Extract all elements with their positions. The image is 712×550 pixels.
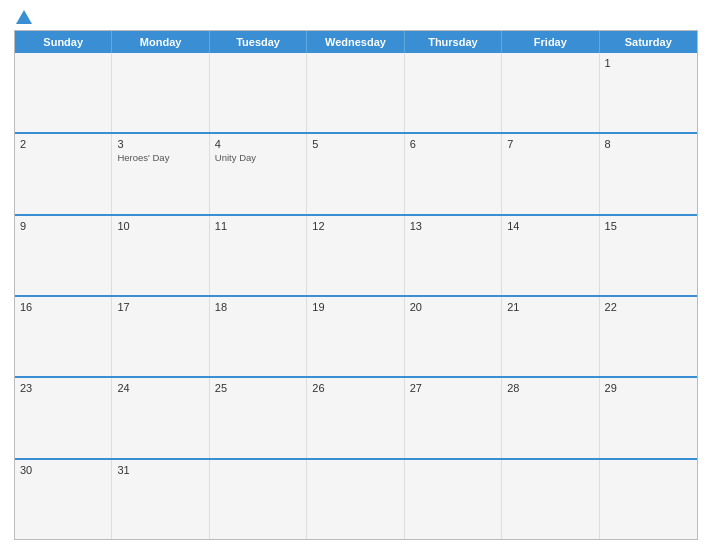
day-number: 21 [507, 301, 593, 313]
day-number: 30 [20, 464, 106, 476]
calendar-week-5: 3031 [15, 458, 697, 539]
day-number: 26 [312, 382, 398, 394]
day-number: 3 [117, 138, 203, 150]
cal-cell [600, 460, 697, 539]
logo [14, 10, 32, 26]
cal-cell: 28 [502, 378, 599, 457]
day-number: 22 [605, 301, 692, 313]
page: SundayMondayTuesdayWednesdayThursdayFrid… [0, 0, 712, 550]
holiday-label: Unity Day [215, 152, 301, 163]
day-number: 27 [410, 382, 496, 394]
day-number: 9 [20, 220, 106, 232]
day-number: 29 [605, 382, 692, 394]
day-number: 4 [215, 138, 301, 150]
cal-header-friday: Friday [502, 31, 599, 53]
cal-cell: 3Heroes' Day [112, 134, 209, 213]
day-number: 5 [312, 138, 398, 150]
cal-cell [210, 460, 307, 539]
cal-cell: 27 [405, 378, 502, 457]
cal-cell: 5 [307, 134, 404, 213]
cal-cell [210, 53, 307, 132]
cal-cell: 18 [210, 297, 307, 376]
logo-triangle-icon [16, 10, 32, 24]
cal-cell: 9 [15, 216, 112, 295]
day-number: 11 [215, 220, 301, 232]
cal-cell: 20 [405, 297, 502, 376]
calendar-week-0: 1 [15, 53, 697, 132]
cal-cell [15, 53, 112, 132]
calendar-header-row: SundayMondayTuesdayWednesdayThursdayFrid… [15, 31, 697, 53]
cal-cell: 13 [405, 216, 502, 295]
day-number: 31 [117, 464, 203, 476]
cal-cell: 29 [600, 378, 697, 457]
cal-cell: 24 [112, 378, 209, 457]
day-number: 25 [215, 382, 301, 394]
cal-cell: 14 [502, 216, 599, 295]
cal-header-tuesday: Tuesday [210, 31, 307, 53]
day-number: 20 [410, 301, 496, 313]
day-number: 28 [507, 382, 593, 394]
day-number: 7 [507, 138, 593, 150]
calendar: SundayMondayTuesdayWednesdayThursdayFrid… [14, 30, 698, 540]
day-number: 8 [605, 138, 692, 150]
day-number: 10 [117, 220, 203, 232]
cal-cell: 6 [405, 134, 502, 213]
cal-header-monday: Monday [112, 31, 209, 53]
cal-cell [502, 53, 599, 132]
cal-cell: 10 [112, 216, 209, 295]
day-number: 16 [20, 301, 106, 313]
holiday-label: Heroes' Day [117, 152, 203, 163]
day-number: 18 [215, 301, 301, 313]
cal-cell: 12 [307, 216, 404, 295]
cal-cell [307, 53, 404, 132]
header [14, 10, 698, 26]
cal-cell: 1 [600, 53, 697, 132]
cal-cell: 16 [15, 297, 112, 376]
cal-cell [112, 53, 209, 132]
cal-cell: 7 [502, 134, 599, 213]
day-number: 19 [312, 301, 398, 313]
cal-cell: 21 [502, 297, 599, 376]
cal-cell: 19 [307, 297, 404, 376]
cal-cell: 25 [210, 378, 307, 457]
cal-header-sunday: Sunday [15, 31, 112, 53]
cal-header-thursday: Thursday [405, 31, 502, 53]
cal-cell [502, 460, 599, 539]
day-number: 2 [20, 138, 106, 150]
day-number: 17 [117, 301, 203, 313]
day-number: 23 [20, 382, 106, 394]
cal-cell: 23 [15, 378, 112, 457]
cal-cell [405, 53, 502, 132]
day-number: 12 [312, 220, 398, 232]
cal-cell [307, 460, 404, 539]
cal-cell: 11 [210, 216, 307, 295]
cal-cell: 4Unity Day [210, 134, 307, 213]
calendar-week-4: 23242526272829 [15, 376, 697, 457]
day-number: 24 [117, 382, 203, 394]
day-number: 13 [410, 220, 496, 232]
cal-cell: 31 [112, 460, 209, 539]
cal-cell: 15 [600, 216, 697, 295]
calendar-body: 123Heroes' Day4Unity Day5678910111213141… [15, 53, 697, 539]
day-number: 15 [605, 220, 692, 232]
cal-cell: 17 [112, 297, 209, 376]
cal-header-saturday: Saturday [600, 31, 697, 53]
cal-cell: 22 [600, 297, 697, 376]
day-number: 6 [410, 138, 496, 150]
day-number: 14 [507, 220, 593, 232]
cal-cell: 30 [15, 460, 112, 539]
cal-cell: 8 [600, 134, 697, 213]
day-number: 1 [605, 57, 692, 69]
calendar-week-2: 9101112131415 [15, 214, 697, 295]
cal-cell: 2 [15, 134, 112, 213]
calendar-week-1: 23Heroes' Day4Unity Day5678 [15, 132, 697, 213]
cal-cell [405, 460, 502, 539]
calendar-week-3: 16171819202122 [15, 295, 697, 376]
cal-header-wednesday: Wednesday [307, 31, 404, 53]
cal-cell: 26 [307, 378, 404, 457]
